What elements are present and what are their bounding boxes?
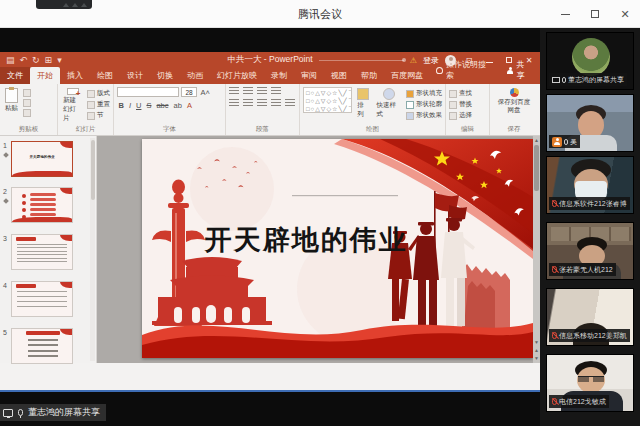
quick-styles-button[interactable]: 快速样式 (375, 87, 403, 124)
share-label: 共享 (516, 59, 532, 81)
font-color-icon[interactable]: A (185, 101, 193, 110)
layout-button[interactable]: 版式 (87, 89, 110, 98)
canvas-scrollbar[interactable]: ▲ ▼ ▲ ▼ (533, 136, 540, 363)
tab-help[interactable]: 帮助 (354, 67, 384, 84)
font-size-select[interactable]: 28 (181, 87, 197, 97)
scroll-down-icon[interactable]: ▼ (534, 339, 539, 345)
cut-icon[interactable] (23, 89, 31, 97)
numbering-icon[interactable] (243, 87, 253, 95)
participant-tile[interactable]: 电信212戈敏成 (546, 354, 634, 412)
thumbnail-slide-4[interactable] (11, 281, 73, 317)
align-right-icon[interactable] (257, 99, 267, 107)
muted-mic-icon (552, 200, 557, 207)
tab-transitions[interactable]: 切换 (150, 67, 180, 84)
replace-button[interactable]: 替换 (449, 100, 472, 109)
thumb-header-decor (16, 284, 36, 288)
shape-fill-button[interactable]: 形状填充 (406, 89, 442, 98)
shape-outline-button[interactable]: 形状轮廓 (406, 100, 442, 109)
start-slideshow-icon[interactable]: ⊞ (45, 55, 53, 65)
slide-canvas[interactable]: 开天辟地的伟业 ▲ ▼ ▲ ▼ (97, 136, 540, 363)
thumbnail-scrollbar[interactable] (90, 138, 95, 361)
tab-baidu-pan[interactable]: 百度网盘 (384, 67, 430, 84)
tab-insert[interactable]: 插入 (60, 67, 90, 84)
italic-button[interactable]: I (127, 101, 132, 110)
arrange-icon (357, 88, 369, 100)
paste-button[interactable]: 粘贴 (3, 87, 20, 124)
justify-icon[interactable] (271, 99, 281, 107)
shapes-gallery[interactable]: □○△▽◇☆╲╱⌒⊂ □○△▽◇☆╲╱⌒⊃ □○△▽◇☆╲╱⌒⊂ (303, 87, 352, 113)
undo-icon[interactable]: ↶ (20, 55, 28, 65)
screen-share-badge[interactable]: 董志鸿的屏幕共享 (0, 404, 106, 421)
participant-label: 董志鸿的屏幕共享 (549, 73, 627, 86)
tab-view[interactable]: 视图 (324, 67, 354, 84)
font-name-select[interactable] (117, 87, 179, 97)
find-button[interactable]: 查找 (449, 89, 472, 98)
reset-label: 重置 (97, 100, 110, 109)
select-button[interactable]: 选择 (449, 111, 472, 120)
scrollbar-thumb[interactable] (534, 145, 539, 191)
indent-increase-icon[interactable] (271, 87, 281, 95)
thumbnail-slide-2[interactable] (11, 187, 73, 223)
thumbnail-slide-1[interactable]: 开天辟地的伟业 (11, 141, 73, 177)
align-left-icon[interactable] (229, 99, 239, 107)
participant-tile[interactable]: 吴 (546, 94, 634, 152)
highlight-color-icon[interactable]: ab (172, 101, 183, 110)
strikethrough-button[interactable]: S (145, 101, 153, 110)
close-button[interactable]: ✕ (610, 0, 640, 28)
participant-name: 电信212戈敏成 (559, 397, 606, 407)
slide-thumbnail-panel: 1 开天辟地的伟业 2 3 (0, 136, 97, 363)
grow-font-icon[interactable]: A˄ (199, 88, 211, 97)
arrange-button[interactable]: 排列 (355, 87, 371, 124)
tab-draw[interactable]: 绘图 (90, 67, 120, 84)
columns-icon[interactable] (285, 99, 295, 107)
scroll-up-icon[interactable]: ▲ (534, 136, 539, 144)
tab-design[interactable]: 设计 (120, 67, 150, 84)
next-slide-button[interactable]: ▼ (534, 355, 539, 361)
warning-icon[interactable]: ⚠ (410, 56, 417, 65)
tell-me-search[interactable]: 操作说明搜索 (430, 56, 499, 84)
underline-button[interactable]: U (135, 101, 143, 110)
thumbnail-slide-5[interactable] (11, 328, 73, 364)
thumb-corner-decor (60, 187, 73, 194)
save-icon[interactable]: ▤ (6, 55, 15, 65)
thumbnail-slide-3[interactable] (11, 234, 73, 270)
section-button[interactable]: 节 (87, 111, 110, 120)
minimize-button[interactable] (550, 0, 580, 28)
previous-slide-button[interactable]: ▲ (534, 347, 539, 353)
tab-review[interactable]: 审阅 (294, 67, 324, 84)
copy-icon[interactable] (23, 99, 31, 107)
tab-slideshow[interactable]: 幻灯片放映 (210, 67, 264, 84)
participant-tile[interactable]: 张若豪无人机212 (546, 222, 634, 280)
indent-decrease-icon[interactable] (257, 87, 267, 95)
scrollbar-thumb[interactable] (91, 140, 95, 200)
powerpoint-window: ▤ ↶ ↻ ⊞ ▾ 中共一大 - PowerPoint ⚠ 登录 ⊡ ✕ (0, 52, 540, 390)
tab-animations[interactable]: 动画 (180, 67, 210, 84)
clear-format-button[interactable]: abc (155, 101, 170, 110)
minimize-icon (561, 14, 570, 15)
quick-styles-icon (383, 88, 395, 100)
reset-button[interactable]: 重置 (87, 100, 110, 109)
save-to-baidu-button[interactable]: 保存到百度网盘 (493, 87, 535, 124)
participant-tile-sharer[interactable]: 董志鸿的屏幕共享 (546, 32, 634, 90)
redo-icon[interactable]: ↻ (32, 55, 40, 65)
tab-record[interactable]: 录制 (264, 67, 294, 84)
slide-title[interactable]: 开天辟地的伟业 (205, 222, 408, 258)
shape-effects-button[interactable]: 形状效果 (406, 111, 442, 120)
bullets-icon[interactable] (229, 87, 239, 95)
format-painter-icon[interactable] (23, 109, 31, 117)
share-button[interactable]: 共享 (499, 56, 540, 84)
tab-home[interactable]: 开始 (30, 67, 60, 84)
current-slide[interactable]: 开天辟地的伟业 (142, 139, 533, 358)
group-label-clipboard: 剪贴板 (0, 125, 57, 134)
maximize-button[interactable] (580, 0, 610, 28)
tab-file[interactable]: 文件 (0, 67, 30, 84)
participant-tile[interactable]: 信息系移动212姜郑凯 (546, 288, 634, 346)
new-slide-button[interactable]: 新建幻灯片 (61, 87, 84, 124)
replace-label: 替换 (459, 100, 472, 109)
participant-tile[interactable]: 信息系软件212张睿博 (546, 156, 634, 214)
bold-button[interactable]: B (117, 101, 125, 110)
participant-label: 信息系软件212张睿博 (549, 197, 630, 210)
qat-customize-icon[interactable]: ▾ (57, 55, 62, 65)
screen-share-icon (552, 77, 560, 83)
align-center-icon[interactable] (243, 99, 253, 107)
